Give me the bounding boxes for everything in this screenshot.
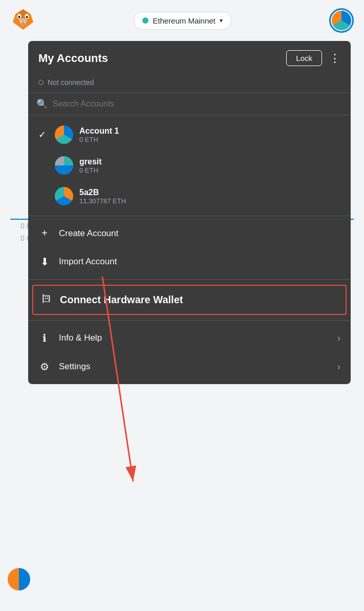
svg-point-7 <box>18 16 20 18</box>
settings-item[interactable]: ⚙ Settings › <box>28 352 351 381</box>
check-placeholder: ✓ <box>38 160 49 171</box>
account-info-1: Account 1 0 ETH <box>79 127 340 143</box>
search-bar: 🔍 <box>28 93 351 115</box>
gear-icon: ⚙ <box>38 361 51 373</box>
search-icon: 🔍 <box>36 98 48 110</box>
info-help-item[interactable]: ℹ Info & Help › <box>28 324 351 352</box>
bottom-partial-avatar <box>8 568 30 591</box>
account-name-gresit: gresit <box>79 157 340 166</box>
chevron-right-icon-settings: › <box>337 362 340 372</box>
import-account-item[interactable]: ⬇ Import Account <box>28 247 351 276</box>
header: Ethereum Mainnet ▾ <box>0 0 364 41</box>
plus-icon: + <box>38 227 51 239</box>
account-avatar <box>332 11 351 30</box>
menu-section-create-import: + Create Account ⬇ Import Account <box>28 216 351 280</box>
chevron-right-icon-info: › <box>337 333 340 344</box>
selected-check-icon: ✓ <box>38 129 49 140</box>
account-balance-gresit: 0 ETH <box>79 166 340 174</box>
account-avatar-5a2b <box>55 187 73 205</box>
check-placeholder-2: ✓ <box>38 191 49 202</box>
import-icon: ⬇ <box>38 256 51 268</box>
fox-logo[interactable] <box>10 7 36 34</box>
account-list: ✓ Account 1 0 ETH ✓ gresit 0 ETH ✓ 5a2B … <box>28 115 351 216</box>
create-account-item[interactable]: + Create Account <box>28 219 351 247</box>
not-connected-dot <box>38 80 44 85</box>
account-avatar-ring[interactable] <box>329 8 354 33</box>
panel-header: My Accounts Lock ⋮ <box>28 41 351 75</box>
account-avatar-1 <box>55 125 73 144</box>
search-input[interactable] <box>53 99 342 109</box>
account-name-1: Account 1 <box>79 127 340 136</box>
network-name: Ethereum Mainnet <box>153 16 216 25</box>
settings-label: Settings <box>59 362 90 372</box>
account-item-5a2b[interactable]: ✓ 5a2B 11.307787 ETH <box>28 181 351 212</box>
account-info-gresit: gresit 0 ETH <box>79 157 340 174</box>
account-item-gresit[interactable]: ✓ gresit 0 ETH <box>28 150 351 181</box>
usb-icon <box>39 293 52 307</box>
account-balance-5a2b: 11.307787 ETH <box>79 197 340 205</box>
account-balance-1: 0 ETH <box>79 136 340 143</box>
not-connected-row: Not connected <box>28 75 351 93</box>
chevron-down-icon: ▾ <box>220 17 223 24</box>
not-connected-label: Not connected <box>48 78 94 87</box>
svg-point-8 <box>26 16 28 18</box>
network-status-dot <box>142 17 148 24</box>
import-account-label: Import Account <box>59 257 117 267</box>
panel-title: My Accounts <box>38 52 108 65</box>
kebab-menu-icon[interactable]: ⋮ <box>329 52 340 65</box>
connect-hardware-wallet-item[interactable]: Connect Hardware Wallet <box>32 285 347 315</box>
lock-button[interactable]: Lock <box>286 50 322 66</box>
network-selector[interactable]: Ethereum Mainnet ▾ <box>134 12 231 30</box>
accounts-panel: My Accounts Lock ⋮ Not connected 🔍 ✓ Acc… <box>28 41 351 384</box>
info-icon: ℹ <box>38 332 51 344</box>
account-info-5a2b: 5a2B 11.307787 ETH <box>79 188 340 205</box>
account-avatar-gresit <box>55 156 73 175</box>
account-name-5a2b: 5a2B <box>79 188 340 197</box>
menu-section-hardware: Connect Hardware Wallet <box>28 280 351 321</box>
connect-hardware-wallet-label: Connect Hardware Wallet <box>60 294 183 306</box>
account-item-1[interactable]: ✓ Account 1 0 ETH <box>28 119 351 150</box>
create-account-label: Create Account <box>59 228 118 239</box>
bottom-section: ℹ Info & Help › ⚙ Settings › <box>28 321 351 384</box>
info-help-label: Info & Help <box>59 333 102 343</box>
